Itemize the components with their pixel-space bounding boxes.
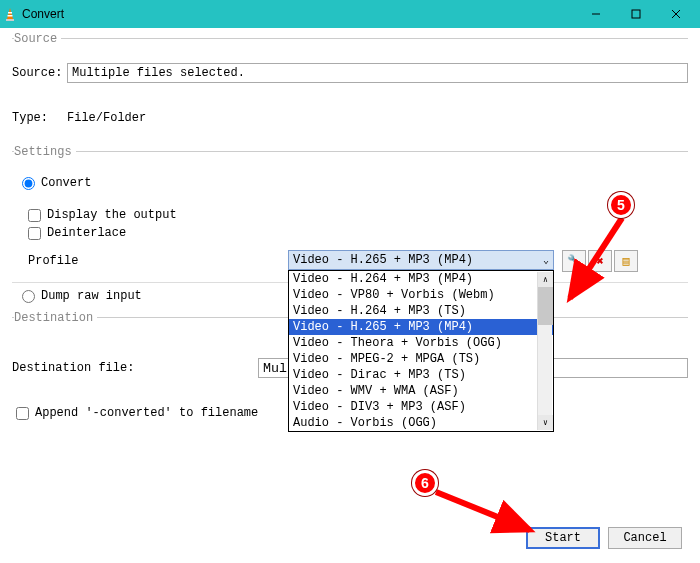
- dump-raw-radio[interactable]: [22, 290, 35, 303]
- settings-legend: Settings: [14, 145, 76, 159]
- destination-legend: Destination: [14, 311, 97, 325]
- scroll-up-icon[interactable]: ∧: [538, 272, 553, 287]
- close-button[interactable]: [656, 0, 696, 28]
- start-button[interactable]: Start: [526, 527, 600, 549]
- profile-option[interactable]: Video - DIV3 + MP3 (ASF): [289, 399, 553, 415]
- svg-line-11: [436, 492, 530, 530]
- cancel-button[interactable]: Cancel: [608, 527, 682, 549]
- profile-option[interactable]: Video - H.264 + MP3 (TS): [289, 303, 553, 319]
- new-profile-icon: ▤: [622, 254, 629, 269]
- svg-rect-2: [8, 12, 12, 14]
- deinterlace-label: Deinterlace: [47, 226, 126, 240]
- display-output-label: Display the output: [47, 208, 177, 222]
- convert-label: Convert: [41, 176, 91, 190]
- profile-option[interactable]: Video - H.264 + MP3 (MP4): [289, 271, 553, 287]
- convert-radio[interactable]: [22, 177, 35, 190]
- dropdown-scrollbar[interactable]: ∧ ∨: [537, 272, 552, 430]
- new-profile-button[interactable]: ▤: [614, 250, 638, 272]
- source-label: Source:: [12, 66, 67, 80]
- annotation-badge-5: 5: [608, 192, 634, 218]
- source-input[interactable]: [67, 63, 688, 83]
- profile-dropdown: Video - H.264 + MP3 (MP4)Video - VP80 + …: [288, 270, 554, 432]
- profile-option[interactable]: Video - VP80 + Vorbis (Webm): [289, 287, 553, 303]
- deinterlace-checkbox[interactable]: [28, 227, 41, 240]
- vlc-cone-icon: [4, 7, 16, 21]
- profile-option[interactable]: Audio - Vorbis (OGG): [289, 415, 553, 431]
- svg-rect-5: [632, 10, 640, 18]
- profile-label: Profile: [28, 250, 288, 268]
- delete-profile-button[interactable]: ✖: [588, 250, 612, 272]
- profile-select[interactable]: Video - H.265 + MP3 (MP4) ⌄ Video - H.26…: [288, 250, 554, 270]
- edit-profile-button[interactable]: 🔧: [562, 250, 586, 272]
- destination-file-label: Destination file:: [12, 361, 258, 375]
- profile-selected-value: Video - H.265 + MP3 (MP4): [293, 253, 473, 267]
- chevron-down-icon: ⌄: [543, 254, 549, 266]
- wrench-icon: 🔧: [567, 254, 582, 269]
- annotation-badge-6: 6: [412, 470, 438, 496]
- profile-option[interactable]: Video - WMV + WMA (ASF): [289, 383, 553, 399]
- source-fieldset: Source Source: Type: File/Folder: [12, 38, 688, 141]
- minimize-button[interactable]: [576, 0, 616, 28]
- append-converted-checkbox[interactable]: [16, 407, 29, 420]
- settings-fieldset: Settings Convert Display the output Dein…: [12, 151, 688, 307]
- titlebar: Convert: [0, 0, 700, 28]
- display-output-checkbox[interactable]: [28, 209, 41, 222]
- maximize-button[interactable]: [616, 0, 656, 28]
- window-title: Convert: [22, 7, 576, 21]
- append-converted-label: Append '-converted' to filename: [35, 406, 258, 420]
- type-value: File/Folder: [67, 111, 146, 125]
- profile-option[interactable]: Video - H.265 + MP3 (MP4): [289, 319, 553, 335]
- scroll-down-icon[interactable]: ∨: [538, 415, 553, 430]
- profile-option[interactable]: Video - Theora + Vorbis (OGG): [289, 335, 553, 351]
- type-label: Type:: [12, 111, 67, 125]
- dump-raw-label: Dump raw input: [41, 289, 142, 303]
- window-controls: [576, 0, 696, 28]
- profile-option[interactable]: Video - MPEG-2 + MPGA (TS): [289, 351, 553, 367]
- x-icon: ✖: [596, 254, 603, 269]
- source-legend: Source: [14, 32, 61, 46]
- svg-rect-3: [8, 15, 13, 17]
- scroll-thumb[interactable]: [538, 287, 553, 325]
- profile-option[interactable]: Video - Dirac + MP3 (TS): [289, 367, 553, 383]
- svg-rect-1: [6, 19, 14, 21]
